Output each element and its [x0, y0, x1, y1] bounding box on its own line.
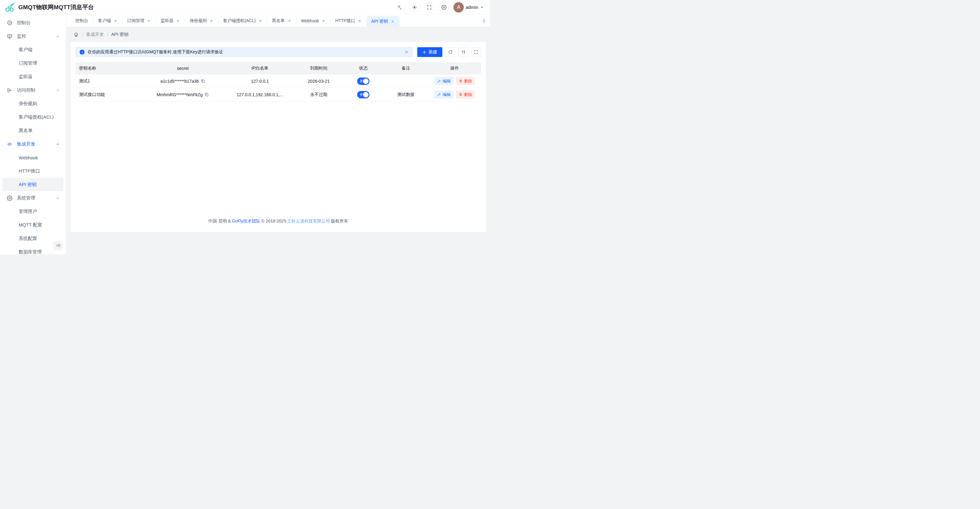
delete-icon	[458, 92, 463, 97]
tab-options-icon[interactable]	[480, 16, 488, 25]
sidebar-item-listeners[interactable]: 监听器	[2, 70, 64, 83]
tab-subscriptions[interactable]: 订阅管理	[122, 15, 156, 27]
text-size-button[interactable]	[458, 47, 468, 57]
tab-clients[interactable]: 客户端	[93, 15, 122, 27]
edit-button[interactable]: 编辑	[434, 91, 453, 99]
sidebar-item-blacklist[interactable]: 黑名单	[2, 124, 64, 137]
chevron-up-icon	[56, 34, 60, 38]
sidebar-item-label: HTTP接口	[19, 168, 60, 174]
sidebar-item-label: API 密钥	[19, 182, 60, 188]
plus-icon	[422, 50, 426, 54]
sidebar-item-dashboard[interactable]: 控制台	[2, 16, 64, 29]
edit-button[interactable]: 编辑	[434, 77, 453, 85]
sidebar-item-mqtt-config[interactable]: MQTT 配置	[2, 218, 64, 232]
language-icon[interactable]: 文A	[395, 2, 405, 13]
tab-listeners[interactable]: 监听器	[156, 15, 185, 27]
close-icon[interactable]	[358, 19, 361, 23]
fullscreen-icon[interactable]	[424, 2, 434, 13]
secret-value-wrap: a1c1d5******b17a36	[161, 79, 205, 84]
brand-logo[interactable]: GO GMQT物联网MQTT消息平台	[5, 2, 94, 13]
table-header-row: 密钥名称secretIP白名单到期时间状态备注操作	[75, 62, 481, 75]
delete-button[interactable]: 删除	[456, 77, 475, 85]
refresh-button[interactable]	[445, 47, 455, 57]
brightness-icon[interactable]	[409, 2, 420, 13]
close-icon[interactable]	[210, 19, 213, 23]
sidebar-item-label: 访问控制	[17, 87, 56, 93]
svg-text:A: A	[400, 7, 402, 10]
tab-webhook[interactable]: Webhook	[296, 15, 331, 27]
new-key-button[interactable]: 新建	[417, 47, 442, 57]
ip-whitelist-cell: 127.0.0.1	[226, 79, 294, 84]
sidebar-item-subscriptions[interactable]: 订阅管理	[2, 56, 64, 70]
gofly-logo-icon: GO	[5, 2, 15, 13]
tab-api-keys[interactable]: API 密钥	[366, 16, 399, 27]
status-toggle[interactable]: 开	[357, 78, 369, 85]
footer-company-link[interactable]: 正科云滇科技有限公司	[287, 218, 330, 223]
tab-label: 客户端授权(ACL)	[223, 18, 256, 24]
sidebar-item-http-api[interactable]: HTTP接口	[2, 164, 64, 178]
close-icon[interactable]	[288, 19, 291, 23]
tab-label: 身份规则	[189, 18, 207, 24]
sidebar-item-clients[interactable]: 客户端	[2, 43, 64, 56]
info-alert: i 在你的应用通过HTTP接口访问GMQT服务时,使用下面Key进行请求验证	[75, 47, 413, 57]
gear-icon	[7, 195, 13, 201]
close-icon[interactable]	[259, 19, 262, 23]
secret-value: a1c1d5******b17a36	[161, 79, 199, 84]
sidebar-item-system[interactable]: 系统管理	[2, 191, 64, 205]
table-fullscreen-button[interactable]	[471, 47, 481, 57]
tab-label: API 密钥	[371, 19, 388, 24]
status-toggle[interactable]: 开	[357, 91, 369, 99]
delete-button[interactable]: 删除	[456, 91, 475, 99]
close-icon[interactable]	[176, 19, 180, 23]
alert-close-icon[interactable]	[404, 50, 409, 54]
delete-label: 删除	[464, 78, 472, 84]
sidebar-item-api-keys[interactable]: API 密钥	[2, 178, 64, 191]
expire-cell: 2026-03-21	[294, 79, 343, 84]
chevron-down-icon	[480, 5, 484, 9]
text-height-icon	[461, 49, 466, 54]
app-window: GO GMQT物联网MQTT消息平台 文A A admin	[0, 0, 490, 254]
tab-auth-rules[interactable]: 身份规则	[185, 15, 218, 27]
breadcrumb-parent[interactable]: 集成开发	[86, 32, 104, 37]
copy-icon[interactable]	[204, 92, 209, 97]
chevron-up-icon	[56, 196, 60, 200]
toggle-on-label: 开	[360, 80, 363, 83]
footer-team-link[interactable]: GoFly技术团队	[232, 218, 260, 223]
close-icon[interactable]	[114, 19, 117, 23]
close-icon[interactable]	[391, 20, 395, 23]
tabs: 控制台客户端订阅管理监听器身份规则客户端授权(ACL)黑名单WebhookHTT…	[70, 15, 399, 27]
secret-cell: a1c1d5******b17a36	[140, 79, 226, 84]
sidebar-item-auth-rules[interactable]: 身份规则	[2, 97, 64, 110]
row-actions: 编辑删除	[434, 77, 475, 85]
refresh-icon	[448, 49, 453, 54]
tab-http-api[interactable]: HTTP接口	[330, 15, 366, 27]
sidebar-item-monitoring[interactable]: 监控	[2, 29, 64, 43]
chevron-up-icon	[56, 142, 60, 146]
column-header: 到期时间	[294, 65, 343, 71]
close-icon[interactable]	[147, 19, 151, 23]
tab-blacklist[interactable]: 黑名单	[267, 15, 296, 27]
user-menu[interactable]: A admin	[453, 2, 484, 13]
alert-text: 在你的应用通过HTTP接口访问GMQT服务时,使用下面Key进行请求验证	[88, 49, 401, 55]
toggle-on-label: 开	[360, 93, 363, 97]
edit-icon	[437, 92, 441, 97]
sidebar-item-admin-users[interactable]: 管理用户	[2, 205, 64, 218]
row-actions: 编辑删除	[434, 91, 475, 99]
remark-cell: 测试数据	[383, 92, 428, 97]
sidebar-item-access-control[interactable]: 访问控制	[2, 83, 64, 97]
tab-label: HTTP接口	[335, 18, 355, 24]
tab-label: 客户端	[98, 18, 111, 24]
sidebar-item-integration[interactable]: 集成开发	[2, 137, 64, 151]
sidebar-item-label: 控制台	[17, 20, 60, 26]
tab-client-acl[interactable]: 客户端授权(ACL)	[218, 15, 267, 27]
tab-dashboard[interactable]: 控制台	[70, 15, 93, 27]
sidebar-item-webhook[interactable]: Webhook	[2, 151, 64, 164]
collapse-sidebar-button[interactable]	[54, 241, 63, 250]
menu-fold-icon	[56, 243, 60, 248]
settings-icon[interactable]	[439, 2, 449, 13]
close-icon[interactable]	[322, 19, 325, 23]
sidebar-item-client-acl[interactable]: 客户端授权(ACL)	[2, 110, 64, 124]
copy-icon[interactable]	[200, 79, 205, 83]
edit-label: 编辑	[443, 78, 451, 84]
home-icon[interactable]	[73, 32, 79, 37]
